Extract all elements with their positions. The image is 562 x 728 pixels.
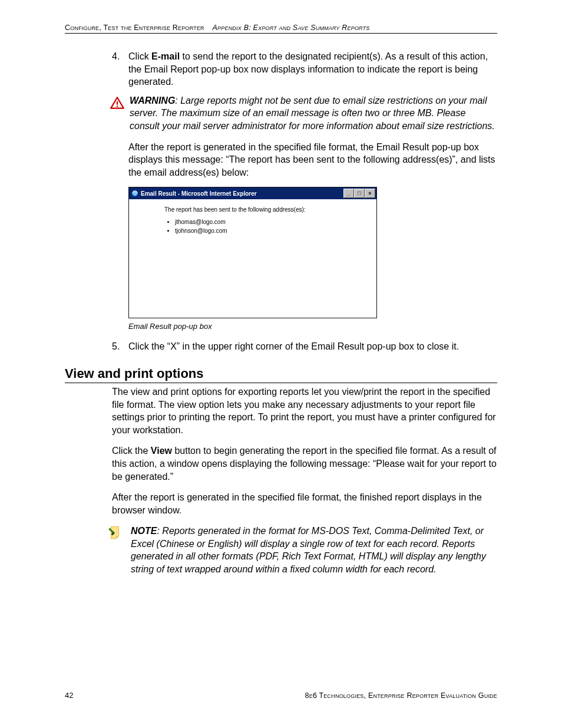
footer: 42 8e6 Technologies, Enterprise Reporter… xyxy=(65,691,497,700)
header-right: Appendix B: Export and Save Summary Repo… xyxy=(213,24,370,32)
step5-text: Click the “X” in the upper right corner … xyxy=(128,341,459,351)
close-button[interactable]: × xyxy=(365,189,375,198)
minimize-button[interactable]: _ xyxy=(343,189,354,198)
screenshot-titlebar: Email Result - Microsoft Internet Explor… xyxy=(129,187,376,199)
warning-callout: WARNING: Large reports might not be sent… xyxy=(112,94,497,133)
warning-text: : Large reports might not be sent due to… xyxy=(130,95,495,131)
warning-icon xyxy=(110,95,125,111)
svg-rect-0 xyxy=(117,101,118,105)
note-text: : Reports generated in the format for MS… xyxy=(131,526,486,574)
ie-icon xyxy=(131,190,138,197)
header-left: Configure, Test the Enterprise Reporter xyxy=(65,24,204,32)
vp-para1: The view and print options for exporting… xyxy=(112,386,497,436)
svg-rect-1 xyxy=(117,106,118,107)
running-header: Configure, Test the Enterprise Reporter … xyxy=(65,24,497,34)
step-number: 4. xyxy=(112,50,120,63)
step4-text-pre: Click xyxy=(128,51,151,61)
screenshot-title: Email Result - Microsoft Internet Explor… xyxy=(141,190,257,197)
screenshot-message: The report has been sent to the followin… xyxy=(164,206,365,213)
vp-para2: Click the View button to begin generatin… xyxy=(112,444,497,483)
warning-label: WARNING xyxy=(130,95,175,106)
after-paragraph: After the report is generated in the spe… xyxy=(112,141,497,179)
step-5: 5. Click the “X” in the upper right corn… xyxy=(112,340,497,353)
maximize-button[interactable]: □ xyxy=(354,189,365,198)
screenshot-window: Email Result - Microsoft Internet Explor… xyxy=(128,187,377,318)
email-item: tjohnson@logo.com xyxy=(175,226,365,235)
vp-para2-pre: Click the xyxy=(112,446,151,456)
step4-text-post: to send the report to the designated rec… xyxy=(128,51,488,87)
note-callout: NOTE: Reports generated in the format fo… xyxy=(112,525,497,575)
page-number: 42 xyxy=(65,691,73,700)
note-icon xyxy=(107,525,123,540)
screenshot-caption: Email Result pop-up box xyxy=(128,322,497,331)
footer-text: 8e6 Technologies, Enterprise Reporter Ev… xyxy=(305,691,497,700)
screenshot-body: The report has been sent to the followin… xyxy=(129,199,376,318)
note-label: NOTE xyxy=(131,526,157,536)
step-4: 4. Click E-mail to send the report to th… xyxy=(112,50,497,88)
step4-bold: E-mail xyxy=(151,51,180,61)
step-number: 5. xyxy=(112,340,120,353)
vp-para3: After the report is generated in the spe… xyxy=(112,491,497,516)
section-heading: View and print options xyxy=(65,366,497,383)
screenshot-container: Email Result - Microsoft Internet Explor… xyxy=(128,187,497,318)
email-item: jthomas@logo.com xyxy=(175,218,365,226)
vp-para2-bold: View xyxy=(151,446,172,456)
